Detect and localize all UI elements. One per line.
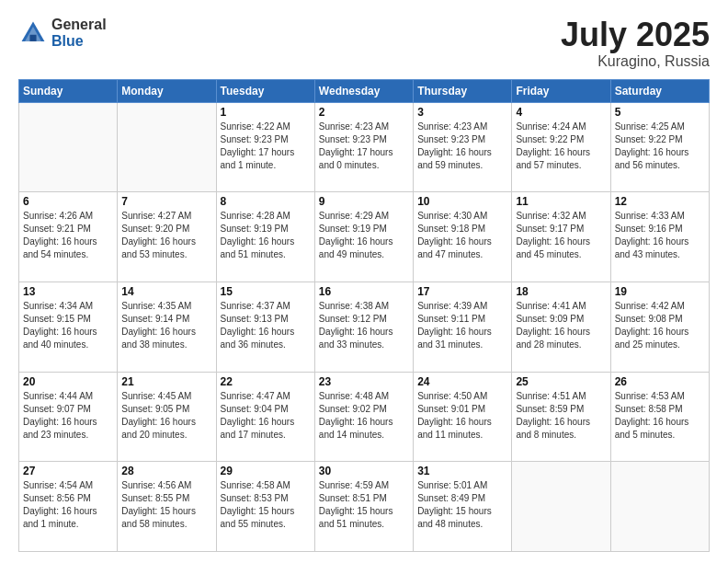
day-info-2: Sunrise: 4:23 AMSunset: 9:23 PMDaylight:…	[319, 121, 409, 172]
calendar-cell-1-4: 10Sunrise: 4:30 AMSunset: 9:18 PMDayligh…	[414, 192, 512, 282]
calendar-cell-3-2: 22Sunrise: 4:47 AMSunset: 9:04 PMDayligh…	[216, 372, 314, 462]
header: General Blue July 2025 Kuragino, Russia	[18, 17, 710, 70]
calendar-cell-1-5: 11Sunrise: 4:32 AMSunset: 9:17 PMDayligh…	[512, 192, 610, 282]
day-info-14: Sunrise: 4:35 AMSunset: 9:14 PMDaylight:…	[121, 300, 211, 351]
day-number-19: 19	[615, 285, 705, 298]
col-wednesday: Wednesday	[314, 79, 413, 102]
day-info-20: Sunrise: 4:44 AMSunset: 9:07 PMDaylight:…	[23, 390, 113, 442]
calendar-cell-3-0: 20Sunrise: 4:44 AMSunset: 9:07 PMDayligh…	[19, 372, 118, 462]
day-number-23: 23	[319, 375, 409, 388]
day-info-3: Sunrise: 4:23 AMSunset: 9:23 PMDaylight:…	[417, 121, 507, 172]
day-info-29: Sunrise: 4:58 AMSunset: 8:53 PMDaylight:…	[221, 479, 311, 531]
logo-icon	[18, 18, 48, 48]
col-friday: Friday	[512, 79, 610, 102]
day-number-17: 17	[417, 285, 507, 298]
calendar-cell-4-1: 28Sunrise: 4:56 AMSunset: 8:55 PMDayligh…	[118, 462, 216, 552]
day-info-18: Sunrise: 4:41 AMSunset: 9:09 PMDaylight:…	[516, 300, 606, 351]
day-number-27: 27	[23, 465, 113, 477]
day-number-16: 16	[319, 285, 409, 298]
col-sunday: Sunday	[19, 79, 118, 102]
calendar-cell-2-3: 16Sunrise: 4:38 AMSunset: 9:12 PMDayligh…	[314, 282, 413, 372]
day-number-15: 15	[221, 285, 311, 298]
calendar-cell-1-6: 12Sunrise: 4:33 AMSunset: 9:16 PMDayligh…	[610, 192, 709, 282]
calendar-table: Sunday Monday Tuesday Wednesday Thursday…	[18, 79, 710, 552]
day-number-6: 6	[23, 195, 113, 208]
calendar-cell-0-6: 5Sunrise: 4:25 AMSunset: 9:22 PMDaylight…	[610, 102, 709, 192]
day-number-31: 31	[417, 465, 507, 477]
calendar-cell-3-5: 25Sunrise: 4:51 AMSunset: 8:59 PMDayligh…	[512, 372, 610, 462]
day-info-8: Sunrise: 4:28 AMSunset: 9:19 PMDaylight:…	[221, 210, 311, 261]
svg-rect-2	[29, 34, 36, 40]
col-monday: Monday	[118, 79, 216, 102]
day-number-10: 10	[417, 195, 507, 208]
day-number-21: 21	[121, 375, 211, 388]
title-block: July 2025 Kuragino, Russia	[561, 17, 710, 70]
day-info-7: Sunrise: 4:27 AMSunset: 9:20 PMDaylight:…	[121, 210, 211, 261]
day-number-26: 26	[615, 375, 705, 388]
week-row-1: 1Sunrise: 4:22 AMSunset: 9:23 PMDaylight…	[19, 102, 710, 192]
calendar-cell-2-1: 14Sunrise: 4:35 AMSunset: 9:14 PMDayligh…	[118, 282, 216, 372]
day-info-28: Sunrise: 4:56 AMSunset: 8:55 PMDaylight:…	[121, 479, 211, 531]
day-number-13: 13	[23, 285, 113, 298]
calendar-cell-1-1: 7Sunrise: 4:27 AMSunset: 9:20 PMDaylight…	[118, 192, 216, 282]
day-info-21: Sunrise: 4:45 AMSunset: 9:05 PMDaylight:…	[121, 390, 211, 442]
day-number-28: 28	[121, 465, 211, 477]
calendar-cell-0-2: 1Sunrise: 4:22 AMSunset: 9:23 PMDaylight…	[216, 102, 314, 192]
day-number-18: 18	[516, 285, 606, 298]
day-info-17: Sunrise: 4:39 AMSunset: 9:11 PMDaylight:…	[417, 300, 507, 351]
day-info-19: Sunrise: 4:42 AMSunset: 9:08 PMDaylight:…	[615, 300, 705, 351]
day-info-22: Sunrise: 4:47 AMSunset: 9:04 PMDaylight:…	[221, 390, 311, 442]
calendar-cell-0-4: 3Sunrise: 4:23 AMSunset: 9:23 PMDaylight…	[414, 102, 512, 192]
calendar-cell-4-2: 29Sunrise: 4:58 AMSunset: 8:53 PMDayligh…	[216, 462, 314, 552]
day-number-29: 29	[221, 465, 311, 477]
calendar-cell-4-4: 31Sunrise: 5:01 AMSunset: 8:49 PMDayligh…	[414, 462, 512, 552]
day-info-25: Sunrise: 4:51 AMSunset: 8:59 PMDaylight:…	[516, 390, 606, 442]
calendar-cell-2-2: 15Sunrise: 4:37 AMSunset: 9:13 PMDayligh…	[216, 282, 314, 372]
day-number-4: 4	[516, 106, 606, 119]
day-info-24: Sunrise: 4:50 AMSunset: 9:01 PMDaylight:…	[417, 390, 507, 442]
calendar-cell-2-5: 18Sunrise: 4:41 AMSunset: 9:09 PMDayligh…	[512, 282, 610, 372]
day-number-22: 22	[221, 375, 311, 388]
day-number-2: 2	[319, 106, 409, 119]
day-info-10: Sunrise: 4:30 AMSunset: 9:18 PMDaylight:…	[417, 210, 507, 261]
day-info-26: Sunrise: 4:53 AMSunset: 8:58 PMDaylight:…	[615, 390, 705, 442]
day-number-30: 30	[319, 465, 409, 477]
day-number-25: 25	[516, 375, 606, 388]
col-saturday: Saturday	[610, 79, 709, 102]
day-info-31: Sunrise: 5:01 AMSunset: 8:49 PMDaylight:…	[417, 479, 507, 531]
day-info-1: Sunrise: 4:22 AMSunset: 9:23 PMDaylight:…	[221, 121, 311, 172]
day-info-27: Sunrise: 4:54 AMSunset: 8:56 PMDaylight:…	[23, 479, 113, 531]
logo-general-text: General	[51, 17, 107, 33]
calendar-cell-3-6: 26Sunrise: 4:53 AMSunset: 8:58 PMDayligh…	[610, 372, 709, 462]
calendar-cell-0-5: 4Sunrise: 4:24 AMSunset: 9:22 PMDaylight…	[512, 102, 610, 192]
day-info-16: Sunrise: 4:38 AMSunset: 9:12 PMDaylight:…	[319, 300, 409, 351]
calendar-cell-0-3: 2Sunrise: 4:23 AMSunset: 9:23 PMDaylight…	[314, 102, 413, 192]
day-number-1: 1	[221, 106, 311, 119]
day-info-4: Sunrise: 4:24 AMSunset: 9:22 PMDaylight:…	[516, 121, 606, 172]
calendar-cell-1-2: 8Sunrise: 4:28 AMSunset: 9:19 PMDaylight…	[216, 192, 314, 282]
calendar-cell-1-0: 6Sunrise: 4:26 AMSunset: 9:21 PMDaylight…	[19, 192, 118, 282]
calendar-cell-2-4: 17Sunrise: 4:39 AMSunset: 9:11 PMDayligh…	[414, 282, 512, 372]
logo: General Blue	[18, 17, 107, 49]
week-row-2: 6Sunrise: 4:26 AMSunset: 9:21 PMDaylight…	[19, 192, 710, 282]
day-number-8: 8	[221, 195, 311, 208]
day-info-9: Sunrise: 4:29 AMSunset: 9:19 PMDaylight:…	[319, 210, 409, 261]
day-info-11: Sunrise: 4:32 AMSunset: 9:17 PMDaylight:…	[516, 210, 606, 261]
calendar-cell-4-0: 27Sunrise: 4:54 AMSunset: 8:56 PMDayligh…	[19, 462, 118, 552]
logo-blue-text: Blue	[51, 33, 107, 50]
day-number-9: 9	[319, 195, 409, 208]
week-row-4: 20Sunrise: 4:44 AMSunset: 9:07 PMDayligh…	[19, 372, 710, 462]
day-info-23: Sunrise: 4:48 AMSunset: 9:02 PMDaylight:…	[319, 390, 409, 442]
calendar-cell-3-1: 21Sunrise: 4:45 AMSunset: 9:05 PMDayligh…	[118, 372, 216, 462]
day-number-20: 20	[23, 375, 113, 388]
week-row-5: 27Sunrise: 4:54 AMSunset: 8:56 PMDayligh…	[19, 462, 710, 552]
day-info-15: Sunrise: 4:37 AMSunset: 9:13 PMDaylight:…	[221, 300, 311, 351]
logo-text: General Blue	[51, 17, 107, 49]
day-number-3: 3	[417, 106, 507, 119]
day-number-11: 11	[516, 195, 606, 208]
day-number-5: 5	[615, 106, 705, 119]
day-info-30: Sunrise: 4:59 AMSunset: 8:51 PMDaylight:…	[319, 479, 409, 531]
week-row-3: 13Sunrise: 4:34 AMSunset: 9:15 PMDayligh…	[19, 282, 710, 372]
calendar-cell-0-0	[19, 102, 118, 192]
col-thursday: Thursday	[414, 79, 512, 102]
